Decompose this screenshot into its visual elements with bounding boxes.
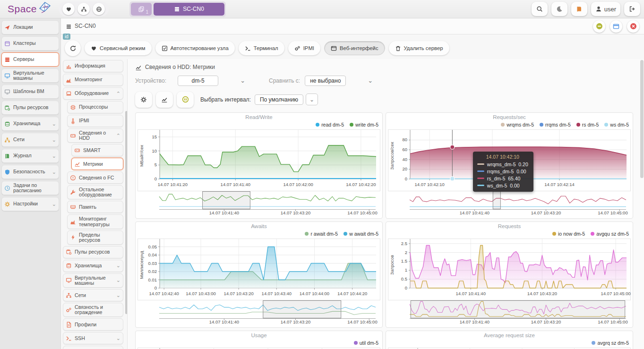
sidebar-item-clusters[interactable]: Кластеры xyxy=(1,36,59,51)
legend-item[interactable]: w await dm-5 xyxy=(343,231,378,237)
ipmi-button[interactable]: IPMI xyxy=(288,41,320,55)
subsidebar-item-fc-info[interactable]: Сведения о FC xyxy=(67,171,123,184)
legend-item[interactable]: io now dm-5 xyxy=(552,231,585,237)
legend-item[interactable]: rs dm-5 xyxy=(576,122,599,128)
app-logo[interactable]: Space VM xyxy=(8,2,52,16)
sidebar-item-virtual-machines[interactable]: Виртуальные машины xyxy=(1,68,59,83)
server-subsidebar: ИнформацияМониторингОборудование⌃Процесс… xyxy=(61,59,127,349)
moon-icon xyxy=(556,6,563,12)
sidebar-item-settings[interactable]: Настройки⌄ xyxy=(1,197,59,211)
minimap-svg: 14.07 10:41:4014.07 10:43:2014.07 10:45:… xyxy=(388,300,631,324)
device-select[interactable]: dm-5 ⌄ xyxy=(178,76,245,86)
chart-legend: read dm-5write dm-5 xyxy=(137,122,380,129)
subsidebar-item-resource-pools[interactable]: Пулы ресурсов xyxy=(63,246,123,258)
sidebar-item-servers[interactable]: Серверы xyxy=(1,52,59,67)
sidebar-item-resource-pools[interactable]: Пулы ресурсов xyxy=(1,101,59,115)
content-scrollbar[interactable] xyxy=(640,60,644,349)
subsidebar-item-connectivity[interactable]: Связность и ограждение xyxy=(63,303,123,317)
sidebar-item-journal[interactable]: Журнал⌄ xyxy=(1,149,59,163)
refresh-button[interactable] xyxy=(65,40,81,56)
tab-copy[interactable]: 1 xyxy=(131,3,152,16)
sidebar-item-storages[interactable]: Хранилища⌄ xyxy=(1,117,59,131)
maximize-button[interactable] xyxy=(610,20,622,33)
minimize-button[interactable] xyxy=(593,20,605,33)
service-mode-button[interactable]: Сервисный режим xyxy=(85,41,152,55)
minimap-brush[interactable] xyxy=(411,300,625,318)
chart-plot-area: 05101514.07 10:41:2014.07 10:41:4014.07 … xyxy=(137,129,380,191)
svg-text:40: 40 xyxy=(402,157,407,162)
subsidebar-item-other-hardware[interactable]: Остальное оборудование xyxy=(67,185,123,199)
minimap-brush[interactable] xyxy=(203,191,250,209)
logout-button[interactable] xyxy=(624,2,640,16)
subsidebar-item-metrics[interactable]: Метрики xyxy=(71,158,123,170)
legend-item[interactable]: ws dm-5 xyxy=(604,122,629,128)
tab-sc-cn0[interactable]: SC-CN0 xyxy=(154,3,224,16)
subsidebar-item-monitoring[interactable]: Мониторинг xyxy=(63,74,123,86)
quick-actions xyxy=(59,1,109,17)
subsidebar-item-processors[interactable]: Процессоры xyxy=(67,101,123,113)
web-interface-button[interactable]: Веб-интерфейс xyxy=(324,41,385,55)
subsidebar-item-smart[interactable]: SMART xyxy=(71,144,123,156)
svg-text:МБайт/сек: МБайт/сек xyxy=(139,145,144,167)
legend-item[interactable]: rrqms dm-5 xyxy=(540,122,571,128)
subsidebar-item-ssh[interactable]: SSH⌄ xyxy=(63,332,123,344)
docs-button[interactable] xyxy=(571,2,587,16)
user-button[interactable]: user xyxy=(591,2,620,16)
svg-text:10: 10 xyxy=(152,148,157,153)
interval-select[interactable]: По умолчанию ⌄ xyxy=(255,94,318,105)
subsidebar-item-profiles[interactable]: Профили xyxy=(63,318,123,331)
close-button[interactable] xyxy=(627,20,639,33)
minimap-brush[interactable] xyxy=(493,191,500,209)
svg-text:0.05: 0.05 xyxy=(148,244,157,249)
check-icon xyxy=(162,45,168,51)
quick-health-button[interactable] xyxy=(62,3,75,15)
svg-text:14.07 10:41:40: 14.07 10:41:40 xyxy=(456,291,486,296)
minimap-brush[interactable] xyxy=(263,300,341,318)
subsidebar-item-memory[interactable]: Память xyxy=(67,201,123,213)
sidebar-item-vm-templates[interactable]: Шаблоны ВМ xyxy=(1,85,59,99)
delete-server-button[interactable]: Удалить сервер xyxy=(389,41,449,55)
compare-select[interactable]: не выбрано ⌄ xyxy=(305,76,373,86)
sidebar-item-networks[interactable]: Сети⌄ xyxy=(1,133,59,147)
legend-item[interactable]: avgqu sz dm-5 xyxy=(591,231,629,237)
subsidebar-item-storages[interactable]: Хранилища⌄ xyxy=(63,260,123,272)
subsidebar-item-hdd-info[interactable]: Сведения о HDD⌃ xyxy=(67,128,123,143)
chart-plot-area: 00.511.522.514.07 10:41:4014.07 10:43:20… xyxy=(388,238,631,300)
quick-topology-button[interactable] xyxy=(77,3,90,15)
legend-item[interactable]: write dm-5 xyxy=(350,122,378,128)
subsidebar-item-networks[interactable]: Сети⌄ xyxy=(63,289,123,301)
pause-refresh-button[interactable] xyxy=(177,92,194,108)
terminal-icon xyxy=(66,335,72,341)
subsidebar-item-resource-limits[interactable]: Пределы ресурсов xyxy=(67,230,123,245)
svg-text:14.07 10:42:14: 14.07 10:42:14 xyxy=(544,182,574,187)
subsidebar-item-events[interactable]: События xyxy=(63,346,123,349)
subsidebar-item-temperature-monitoring[interactable]: Мониторинг температуры xyxy=(67,214,123,229)
info-icon xyxy=(70,175,76,181)
chevron-down-icon: ⌄ xyxy=(52,137,56,143)
search-button[interactable] xyxy=(532,2,548,16)
legend-item[interactable]: wrqms dm-5 xyxy=(501,122,534,128)
node-autotest-button[interactable]: Автотестирование узла xyxy=(155,41,235,55)
legend-item[interactable]: avgrq sz dm-5 xyxy=(592,340,629,346)
legend-item[interactable]: util dm-5 xyxy=(354,340,378,346)
svg-text:2: 2 xyxy=(405,249,407,255)
legend-item[interactable]: r await dm-5 xyxy=(305,231,338,237)
theme-button[interactable] xyxy=(551,2,567,16)
legend-item[interactable]: read dm-5 xyxy=(316,122,344,128)
subsidebar-item-ipmi[interactable]: IPMI xyxy=(67,115,123,127)
subsidebar-item-hardware[interactable]: Оборудование⌃ xyxy=(63,87,123,100)
sidebar-item-security[interactable]: Безопасность⌄ xyxy=(1,165,59,179)
quick-globe-button[interactable] xyxy=(93,3,105,15)
chart-settings-button[interactable] xyxy=(135,92,152,108)
chart-awaits: Awaitsr await dm-5w await dm-500.010.020… xyxy=(135,221,383,328)
terminal-button[interactable]: Терминал xyxy=(239,41,284,55)
svg-text:0: 0 xyxy=(405,176,407,181)
subsidebar-item-virtual-machines[interactable]: Виртуальные машины⌄ xyxy=(63,273,123,288)
logo-vm-kite-icon: VM xyxy=(38,1,52,13)
window-icon xyxy=(4,41,10,47)
chart-type-button[interactable] xyxy=(156,92,173,108)
sidebar-item-scheduled-tasks[interactable]: Задачи по расписанию xyxy=(1,181,59,195)
subsidebar-item-information[interactable]: Информация xyxy=(63,60,123,72)
chart-legend: io now dm-5avgqu sz dm-5 xyxy=(388,231,631,238)
sidebar-item-locations[interactable]: Локации xyxy=(1,20,59,34)
